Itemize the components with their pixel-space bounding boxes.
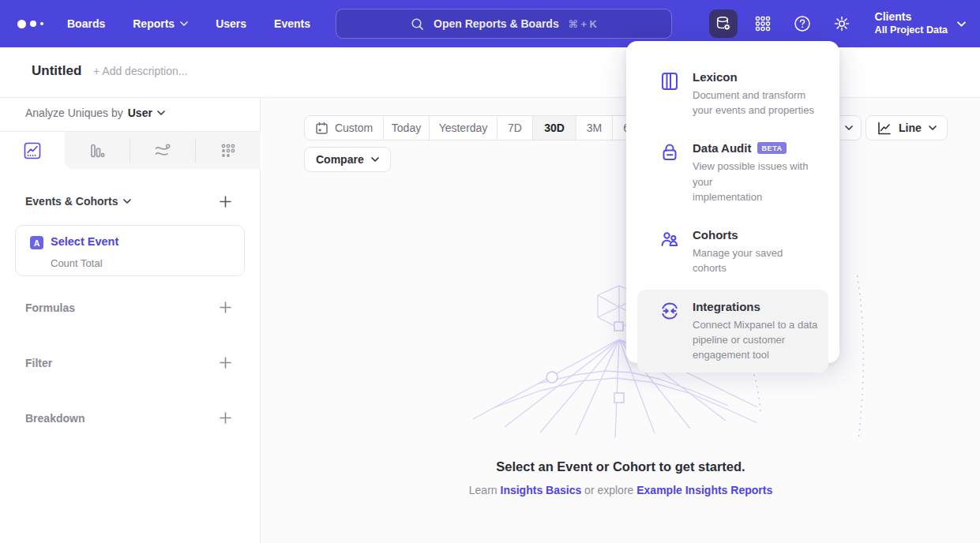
learn-prefix: Learn [469,484,498,496]
org-name: Clients [875,10,948,24]
chevron-down-icon [845,125,853,130]
analyze-uniques-selector[interactable]: Analyze Uniques by User [25,107,165,119]
global-search-input[interactable]: Open Reports & Boards ⌘ + K [336,9,672,39]
analyze-prefix: Analyze Uniques by [25,107,123,119]
report-title[interactable]: Untitled [32,63,81,79]
tab-bar-chart[interactable] [65,132,130,169]
tab-flow[interactable] [130,132,195,169]
menu-item-lexicon[interactable]: Lexicon Document and transform your even… [637,60,828,128]
add-formula-button[interactable] [219,301,232,314]
range-7d[interactable]: 7D [498,116,533,140]
data-audit-icon [659,142,680,163]
event-card[interactable]: A Select Event Count Total [15,225,245,276]
analyze-value: User [128,107,152,119]
example-reports-link[interactable]: Example Insights Reports [636,484,772,496]
menu-item-data-audit[interactable]: Data Audit BETA View possible issues wit… [637,131,828,215]
range-3m[interactable]: 3M [576,116,613,140]
line-chart-icon [877,121,892,136]
or-explore-text: or explore [584,484,633,496]
data-management-menu: Lexicon Document and transform your even… [626,41,839,363]
lexicon-title: Lexicon [693,70,738,84]
nav-reports-label: Reports [133,17,175,30]
breakdown-label: Breakdown [25,412,84,425]
date-range-control: Custom Today Yesterday 7D 30D 3M 6M [304,115,650,140]
integrations-sync-icon [659,301,680,321]
count-total-selector[interactable]: Count Total [51,257,103,269]
metrics-dots-icon [220,142,237,159]
project-selector[interactable]: Clients All Project Data [875,10,966,36]
range-custom[interactable]: Custom [305,116,384,140]
project-name: All Project Data [875,24,948,37]
chevron-down-icon [157,110,165,115]
select-event-button[interactable]: Select Event [51,235,118,248]
empty-state-title: Select an Event or Cohort to get started… [261,459,980,474]
search-placeholder: Open Reports & Boards [434,17,559,30]
range-custom-label: Custom [335,122,373,134]
integrations-title: Integrations [693,300,760,313]
compare-button[interactable]: Compare [304,147,391,172]
nav-users[interactable]: Users [216,17,246,30]
lexicon-description: Document and transform your events and p… [693,88,814,118]
tab-metrics[interactable] [196,132,261,169]
cohorts-description: Manage your saved cohorts [693,245,819,275]
insights-line-icon [23,141,42,160]
range-today[interactable]: Today [384,116,430,140]
data-management-icon[interactable] [709,9,738,38]
lexicon-book-icon [659,71,680,92]
nav-users-label: Users [216,17,246,30]
chevron-down-icon [180,21,188,26]
mixpanel-logo[interactable] [17,20,43,28]
top-navbar: Boards Reports Users Events Open Reports… [0,0,980,47]
tab-insights-line[interactable] [0,132,65,169]
report-canvas: Custom Today Yesterday 7D 30D 3M 6M Comp… [261,98,980,543]
data-audit-title: Data Audit [693,141,751,155]
chart-type-label: Line [899,122,922,134]
events-cohorts-label: Events & Cohorts [25,195,118,208]
help-icon[interactable] [788,9,817,38]
insights-basics-link[interactable]: Insights Basics [501,484,582,496]
range-30d[interactable]: 30D [533,116,576,140]
nav-events-label: Events [274,17,310,30]
nav-reports[interactable]: Reports [133,17,188,30]
formulas-label: Formulas [25,301,75,314]
add-event-button[interactable] [219,195,232,208]
apps-grid-icon[interactable] [749,9,777,38]
add-breakdown-button[interactable] [219,411,232,425]
nav-events[interactable]: Events [274,17,310,30]
cohorts-title: Cohorts [693,228,738,242]
event-badge: A [30,236,43,249]
data-audit-description: View possible issues with your implement… [693,159,819,204]
menu-item-cohorts[interactable]: Cohorts Manage your saved cohorts [637,218,828,286]
chevron-down-icon [929,125,937,130]
add-description-field[interactable]: + Add description... [93,65,187,77]
events-cohorts-header[interactable]: Events & Cohorts [25,195,131,208]
range-yesterday[interactable]: Yesterday [430,116,498,140]
nav-boards[interactable]: Boards [67,17,105,30]
nav-boards-label: Boards [67,17,105,30]
flow-icon [153,141,172,160]
chevron-down-icon [371,157,379,162]
cohorts-people-icon [659,229,680,249]
calendar-icon [315,122,329,135]
empty-state-links: Learn Insights Basics or explore Example… [261,484,980,496]
filter-label: Filter [25,357,52,369]
query-builder-sidebar: Analyze Uniques by User Events & Cohorts… [0,98,261,543]
add-filter-button[interactable] [219,356,232,369]
chevron-down-icon [123,199,131,204]
search-icon [411,17,424,31]
beta-badge: BETA [757,142,786,154]
menu-item-integrations[interactable]: Integrations Connect Mixpanel to a data … [637,290,828,373]
bar-chart-icon [88,142,106,159]
chart-type-tabs [0,131,261,168]
compare-label: Compare [316,153,364,166]
chevron-down-icon [957,21,966,27]
search-shortcut: ⌘ + K [569,18,597,30]
settings-gear-icon[interactable] [828,9,856,38]
chart-type-dropdown[interactable]: Line [865,115,948,140]
integrations-description: Connect Mixpanel to a data pipeline or c… [693,317,817,363]
